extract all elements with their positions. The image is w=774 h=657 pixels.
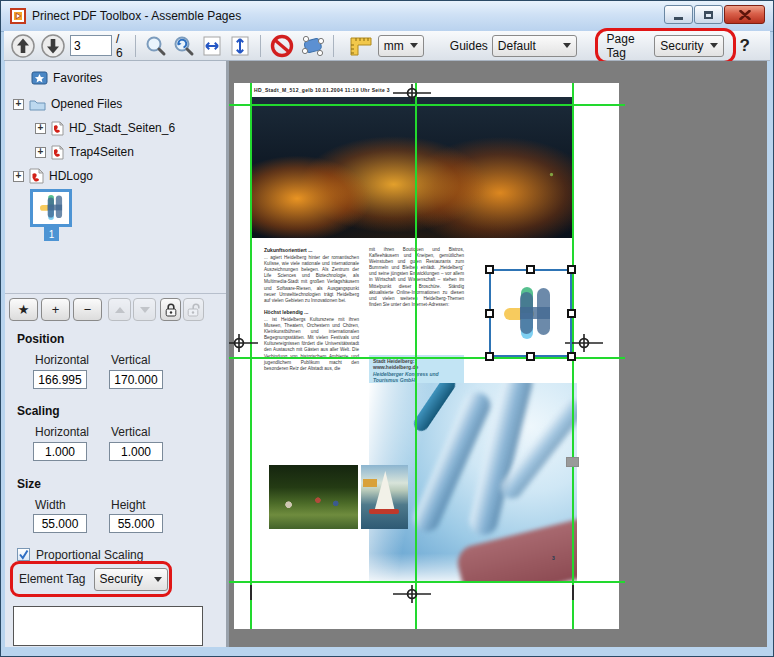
close-button[interactable]: [724, 5, 765, 24]
fit-width-icon: [200, 34, 224, 58]
page-tag-value: Security: [660, 39, 703, 53]
guide-horizontal-middle[interactable]: [229, 357, 625, 359]
page-number-input[interactable]: [70, 35, 112, 56]
guide-vertical-center[interactable]: [415, 83, 417, 629]
toolbar-separator: [333, 35, 334, 57]
position-vertical-input[interactable]: [109, 370, 163, 389]
zoom-previous-button[interactable]: [172, 33, 196, 59]
hull-shape: [369, 509, 399, 514]
selection-handle-e[interactable]: [567, 309, 576, 318]
guides-select[interactable]: Default: [492, 35, 577, 57]
edit-nodes-button[interactable]: [299, 33, 325, 59]
add-button[interactable]: +: [41, 298, 70, 321]
guide-grip[interactable]: [566, 457, 579, 467]
column-heading: Höchst lebendig ...: [264, 309, 359, 315]
tree-item-hd-stadt[interactable]: + HD_Stadt_Seiten_6: [35, 119, 175, 137]
app-window: Prinect PDF Toolbox - Assemble Pages / 6: [0, 0, 774, 657]
tree-item-favorites[interactable]: Favorites: [31, 69, 102, 87]
tree-item-opened-files[interactable]: + Opened Files: [13, 95, 122, 113]
page-tag-label: Page Tag: [607, 32, 645, 60]
size-height-input[interactable]: [109, 514, 163, 533]
app-icon: [10, 8, 26, 24]
zoom-in-button[interactable]: [144, 33, 168, 59]
chevron-down-icon: [710, 43, 718, 48]
favorites-folder-icon: [31, 71, 48, 85]
tree-label: Trap4Seiten: [69, 145, 134, 159]
maximize-button[interactable]: [694, 5, 723, 24]
content-area: Favorites + Opened Files + HD_Stadt_Seit…: [5, 61, 767, 647]
selection-handle-se[interactable]: [567, 352, 576, 361]
maximize-icon: [704, 11, 713, 19]
tree-label: Favorites: [53, 71, 102, 85]
remove-button[interactable]: −: [73, 298, 102, 321]
fit-height-button[interactable]: [228, 33, 252, 59]
expand-icon[interactable]: +: [13, 171, 24, 182]
chevron-down-icon: [154, 577, 162, 582]
logo-thumbnail-art: [40, 195, 65, 220]
document-canvas[interactable]: HD_Stadt_M_512_gelb 10.01.2004 11:19 Uhr…: [229, 61, 767, 647]
page-tag-select[interactable]: Security: [654, 35, 723, 57]
sail-shape: [371, 471, 397, 509]
selection-handle-ne[interactable]: [567, 265, 576, 274]
size-heading: Size: [17, 477, 41, 491]
sailboat-photo: [361, 465, 408, 529]
tree-item-hdlogo[interactable]: + HDLogo: [13, 167, 93, 185]
tree-label: HDLogo: [49, 169, 93, 183]
ruler-icon: [348, 34, 374, 58]
roof-shape: [363, 479, 377, 487]
minimize-button[interactable]: [664, 5, 693, 24]
chevron-down-icon: [410, 43, 418, 48]
selection-handle-w[interactable]: [485, 309, 494, 318]
proportional-scaling-label: Proportional Scaling: [36, 548, 143, 562]
guide-vertical-left[interactable]: [250, 83, 252, 629]
favorite-button[interactable]: ★: [9, 298, 38, 321]
minimize-icon: [674, 17, 683, 20]
element-tag-value: Security: [100, 572, 143, 586]
expand-icon[interactable]: +: [13, 99, 24, 110]
help-button[interactable]: ?: [740, 36, 750, 56]
proportional-scaling-checkbox[interactable]: [17, 548, 30, 561]
ruler-button[interactable]: [348, 33, 374, 59]
main-toolbar: / 6 mm Guides Default: [4, 31, 770, 61]
logo-page-thumbnail[interactable]: 1: [30, 189, 72, 227]
expand-icon[interactable]: +: [35, 147, 46, 158]
column-paragraph: ... ist Heidelbergs Kulturszene mit ihre…: [264, 317, 359, 372]
position-horizontal-input[interactable]: [33, 370, 87, 389]
previous-page-button[interactable]: [10, 33, 36, 59]
selection-handle-s[interactable]: [526, 352, 535, 361]
scaling-horizontal-input[interactable]: [33, 442, 87, 461]
move-down-button: [133, 298, 156, 321]
unit-value: mm: [384, 39, 404, 53]
lock-button[interactable]: [160, 298, 181, 321]
next-page-button[interactable]: [40, 33, 66, 59]
fit-width-button[interactable]: [200, 33, 224, 59]
toolbar-separator: [260, 35, 261, 57]
registration-mark-left: [229, 331, 258, 355]
column-paragraph: ... agiert Heidelberg hinter der romanti…: [264, 255, 359, 304]
notes-input[interactable]: [13, 606, 203, 646]
window-title: Prinect PDF Toolbox - Assemble Pages: [32, 9, 241, 23]
selection-handle-n[interactable]: [526, 265, 535, 274]
selection-handle-nw[interactable]: [485, 265, 494, 274]
move-up-button: [108, 298, 131, 321]
pdf-file-icon: [29, 168, 44, 184]
size-width-label: Width: [35, 498, 66, 512]
scaling-vertical-input[interactable]: [109, 442, 163, 461]
element-tag-select[interactable]: Security: [94, 568, 168, 591]
panel-separator: [5, 293, 226, 294]
tree-item-trap4seiten[interactable]: + Trap4Seiten: [35, 143, 134, 161]
element-tag-label: Element Tag: [19, 572, 86, 586]
unit-select[interactable]: mm: [378, 35, 424, 57]
checkmark-icon: [18, 549, 29, 560]
node-shape-icon: [299, 33, 325, 59]
expand-icon[interactable]: +: [35, 123, 46, 134]
scaling-horizontal-label: Horizontal: [35, 425, 89, 439]
no-guides-button[interactable]: [269, 33, 295, 59]
selected-logo-element[interactable]: [489, 269, 572, 357]
size-width-input[interactable]: [33, 514, 87, 533]
crowd-photo: [269, 465, 358, 529]
folder-icon: [29, 98, 46, 111]
position-horizontal-label: Horizontal: [35, 353, 89, 367]
selection-handle-sw[interactable]: [485, 352, 494, 361]
page-count-label: / 6: [116, 32, 127, 60]
